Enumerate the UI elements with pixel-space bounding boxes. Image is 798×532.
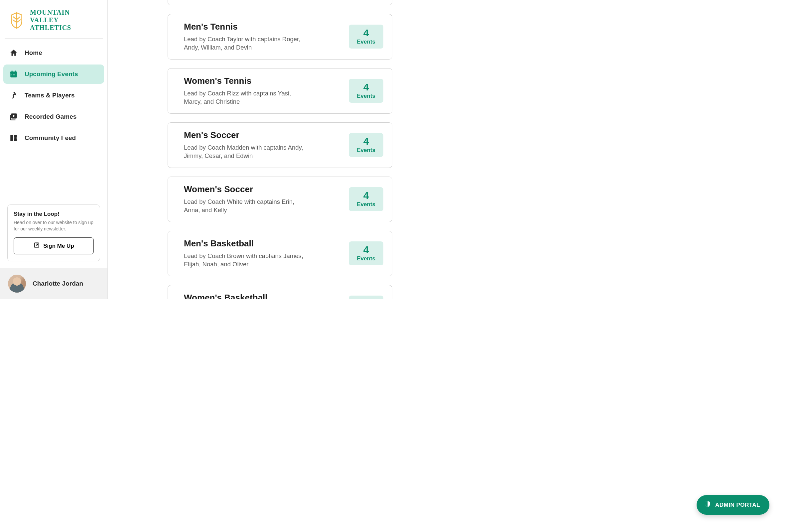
event-info: Men's Basketball Lead by Coach Brown wit… <box>184 239 342 269</box>
nav-teams-players[interactable]: Teams & Players <box>3 86 104 105</box>
nav-community-feed[interactable]: Community Feed <box>3 128 104 148</box>
event-subtitle: Lead by Coach Madden with captains Andy,… <box>184 144 304 160</box>
svg-point-7 <box>14 92 15 93</box>
sign-me-up-button[interactable]: Sign Me Up <box>14 238 94 254</box>
event-count-label: Events <box>356 39 376 45</box>
event-count-label: Events <box>356 147 376 154</box>
event-count: 4 <box>356 299 376 299</box>
event-card[interactable]: Men's Tennis Lead by Coach Taylor with c… <box>168 14 392 59</box>
promo-button-label: Sign Me Up <box>43 243 74 249</box>
event-subtitle: Lead by Coach Brown with captains James,… <box>184 252 304 269</box>
nav-upcoming-events[interactable]: Upcoming Events <box>3 64 104 84</box>
event-count: 4 <box>356 245 376 255</box>
promo-subtitle: Head on over to our website to sign up f… <box>14 220 94 232</box>
brand-line: MOUNTAIN <box>30 8 71 16</box>
home-icon <box>9 49 18 57</box>
event-count: 4 <box>356 82 376 92</box>
event-count-label: Events <box>356 255 376 262</box>
event-card[interactable]: Women's Basketball Lead by Coach Harvey … <box>168 285 392 299</box>
event-info: Women's Tennis Lead by Coach Rizz with c… <box>184 76 342 106</box>
svg-rect-10 <box>10 135 13 141</box>
event-card[interactable]: Men's Basketball Lead by Coach Brown wit… <box>168 231 392 276</box>
sidebar: MOUNTAIN VALLEY ATHLETICS Home Upcoming … <box>0 0 108 299</box>
svg-rect-3 <box>15 71 16 72</box>
calendar-icon <box>9 70 18 78</box>
event-count-badge: 4 Events <box>349 133 383 157</box>
event-title: Men's Basketball <box>184 239 342 249</box>
event-title: Men's Tennis <box>184 22 342 32</box>
event-info: Women's Basketball Lead by Coach Harvey … <box>184 292 342 299</box>
open-external-icon <box>33 242 40 250</box>
event-count-badge: 4 Events <box>349 79 383 103</box>
brand-line: ATHLETICS <box>30 24 71 32</box>
event-title: Women's Soccer <box>184 184 342 194</box>
event-count: 4 <box>356 136 376 146</box>
event-count-badge: 4 Events <box>349 25 383 49</box>
event-count: 4 <box>356 191 376 201</box>
nav-label: Home <box>25 49 42 57</box>
nav-label: Upcoming Events <box>25 71 78 78</box>
event-subtitle: Lead by Coach White with captains Erin, … <box>184 198 304 214</box>
event-card[interactable]: Women's Soccer Lead by Coach White with … <box>168 176 392 222</box>
event-count-label: Events <box>356 201 376 208</box>
nav-recorded-games[interactable]: Recorded Games <box>3 107 104 126</box>
brand-line: VALLEY <box>30 16 71 24</box>
nav-label: Teams & Players <box>25 92 75 99</box>
event-subtitle: Lead by Coach Taylor with captains Roger… <box>184 35 304 52</box>
event-count-label: Events <box>356 93 376 99</box>
divider <box>5 38 103 39</box>
nav: Home Upcoming Events Teams & Players Rec… <box>0 43 108 148</box>
svg-rect-2 <box>12 71 13 72</box>
brand: MOUNTAIN VALLEY ATHLETICS <box>0 0 108 38</box>
svg-rect-5 <box>13 75 14 75</box>
event-subtitle: Lead by Coach Rizz with captains Yasi, M… <box>184 90 304 106</box>
event-count-badge: 4 Events <box>349 241 383 265</box>
eagle-logo-icon <box>8 11 25 30</box>
event-card[interactable]: Women's Tennis Lead by Coach Rizz with c… <box>168 68 392 114</box>
event-title: Men's Soccer <box>184 130 342 140</box>
event-card[interactable]: Men's Soccer Lead by Coach Madden with c… <box>168 122 392 168</box>
event-info: Men's Soccer Lead by Coach Madden with c… <box>184 130 342 160</box>
video-library-icon <box>9 112 18 121</box>
nav-label: Recorded Games <box>25 113 76 120</box>
event-info: Men's Tennis Lead by Coach Taylor with c… <box>184 22 342 52</box>
user-row[interactable]: Charlotte Jordan <box>0 268 108 299</box>
event-count-badge: 4 Events <box>349 296 383 299</box>
nav-home[interactable]: Home <box>3 43 104 62</box>
event-card-partial[interactable] <box>168 0 392 5</box>
svg-rect-6 <box>14 75 15 75</box>
svg-rect-12 <box>14 138 17 141</box>
svg-rect-4 <box>12 75 12 75</box>
runner-icon <box>9 91 18 100</box>
event-info: Women's Soccer Lead by Coach White with … <box>184 184 342 214</box>
dashboard-icon <box>9 134 18 142</box>
main-content: Men's Tennis Lead by Coach Taylor with c… <box>108 0 449 299</box>
avatar <box>8 274 26 292</box>
svg-rect-11 <box>14 135 17 138</box>
event-count: 4 <box>356 28 376 38</box>
event-title: Women's Tennis <box>184 76 342 86</box>
event-count-badge: 4 Events <box>349 187 383 211</box>
user-name: Charlotte Jordan <box>33 280 83 287</box>
event-title: Women's Basketball <box>184 292 342 299</box>
newsletter-promo: Stay in the Loop! Head on over to our we… <box>7 205 100 261</box>
svg-rect-1 <box>10 72 17 73</box>
brand-text: MOUNTAIN VALLEY ATHLETICS <box>30 8 71 32</box>
nav-label: Community Feed <box>25 134 76 141</box>
promo-title: Stay in the Loop! <box>14 211 94 217</box>
